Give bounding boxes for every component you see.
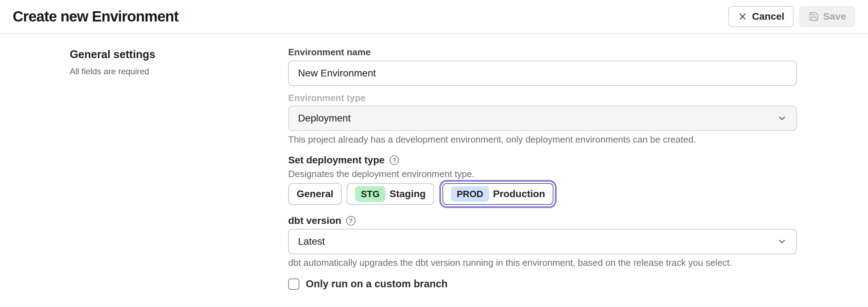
create-environment-page: Create new Environment Cancel Save Gener… xyxy=(0,0,868,290)
deployment-type-option-production[interactable]: PROD Production xyxy=(442,183,553,205)
custom-branch-row[interactable]: Only run on a custom branch xyxy=(288,278,448,290)
custom-branch-label: Only run on a custom branch xyxy=(306,278,448,290)
environment-type-helper: This project already has a development e… xyxy=(288,134,797,145)
header-actions: Cancel Save xyxy=(728,6,855,27)
page-title: Create new Environment xyxy=(13,8,178,25)
environment-form: Environment name Environment type Deploy… xyxy=(288,46,797,290)
deployment-type-description: Designates the deployment environment ty… xyxy=(288,168,797,180)
help-icon[interactable]: ? xyxy=(346,215,356,226)
custom-branch-checkbox[interactable] xyxy=(288,278,299,290)
dbt-version-value: Latest xyxy=(298,236,325,247)
general-option-label: General xyxy=(297,188,333,200)
main-content: General settings All fields are required… xyxy=(0,34,868,290)
staging-option-label: Staging xyxy=(390,188,426,200)
staging-badge: STG xyxy=(355,186,385,202)
deployment-type-option-staging[interactable]: STG Staging xyxy=(347,183,434,205)
environment-type-label: Environment type xyxy=(288,92,797,104)
help-icon[interactable]: ? xyxy=(389,155,399,165)
svg-text:?: ? xyxy=(349,218,353,224)
section-heading: General settings xyxy=(70,48,267,61)
environment-name-input[interactable] xyxy=(288,61,797,86)
production-badge: PROD xyxy=(451,186,489,202)
save-icon xyxy=(808,11,819,22)
page-header: Create new Environment Cancel Save xyxy=(0,0,868,34)
save-button[interactable]: Save xyxy=(799,6,855,27)
deployment-type-option-general[interactable]: General xyxy=(288,183,342,205)
deployment-type-options: General STG Staging PROD Production xyxy=(288,183,797,205)
dbt-version-helper: dbt automatically upgrades the dbt versi… xyxy=(288,257,797,268)
cancel-button[interactable]: Cancel xyxy=(728,6,794,27)
dbt-version-select[interactable]: Latest xyxy=(288,229,797,254)
save-button-label: Save xyxy=(823,11,846,22)
svg-text:?: ? xyxy=(392,157,396,163)
dbt-version-label-row: dbt version ? xyxy=(288,215,797,227)
environment-type-select[interactable]: Deployment xyxy=(288,106,797,131)
cancel-button-label: Cancel xyxy=(752,11,785,22)
close-icon xyxy=(737,11,748,22)
chevron-down-icon xyxy=(777,237,787,246)
section-subheading: All fields are required xyxy=(70,66,267,77)
production-option-label: Production xyxy=(493,188,545,200)
environment-name-label: Environment name xyxy=(288,46,797,58)
deployment-type-label-row: Set deployment type ? xyxy=(288,154,797,166)
dbt-version-label: dbt version xyxy=(288,215,341,227)
environment-type-value: Deployment xyxy=(298,113,351,124)
chevron-down-icon xyxy=(777,113,787,123)
settings-section-intro: General settings All fields are required xyxy=(70,46,267,290)
deployment-type-label: Set deployment type xyxy=(288,154,385,166)
